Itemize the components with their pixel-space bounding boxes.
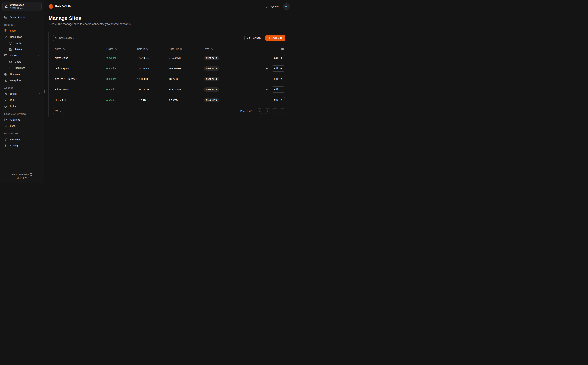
edit-button[interactable]: Edit	[272, 97, 285, 103]
ellipsis-icon	[266, 56, 269, 60]
arrow-up-down-icon	[115, 48, 117, 50]
sidebar-resize-handle[interactable]	[44, 90, 44, 93]
sidebar-item-public[interactable]: Public	[7, 40, 42, 46]
sites-card: Refresh Add Site Name	[49, 30, 290, 118]
site-name-cell: Edge Device 01	[55, 88, 106, 91]
online-dot	[106, 68, 108, 69]
arrow-up-down-icon	[146, 48, 148, 50]
column-header-data-in[interactable]: Data In	[137, 48, 169, 50]
data-in-cell: 423.13 GB	[137, 56, 169, 59]
main-content: PANGOLIN System M Manage Sites Create an…	[44, 0, 294, 182]
type-cell: Newt v1.7.0	[204, 77, 262, 81]
sidebar-item-machines[interactable]: Machines	[7, 65, 42, 71]
type-badge: Newt v1.7.0	[204, 98, 219, 102]
last-page-button[interactable]	[280, 108, 285, 114]
avatar[interactable]: M	[283, 3, 289, 10]
add-site-button[interactable]: Add Site	[265, 35, 285, 41]
theme-label: System	[270, 5, 279, 8]
org-switcher-label: Organization	[10, 4, 35, 7]
sidebar-item-label: Blueprints	[10, 79, 40, 82]
sidebar-item-server-admin[interactable]: Server Admin	[2, 14, 42, 20]
monitor-up-icon	[4, 54, 7, 57]
sidebar-item-settings[interactable]: Settings	[2, 142, 42, 149]
page-info: Page 1 of 1	[240, 110, 252, 112]
sidebar-item-roles[interactable]: Roles	[2, 97, 42, 103]
column-header-online[interactable]: Online	[106, 48, 137, 50]
sidebar-item-label: Logs	[10, 125, 35, 127]
data-in-cell: 174.30 GB	[137, 67, 169, 70]
columns-icon[interactable]	[281, 48, 284, 50]
sidebar-item-resources[interactable]: Resources	[2, 34, 42, 40]
ellipsis-icon	[266, 99, 269, 102]
server-icon	[4, 16, 7, 19]
key-icon	[4, 138, 7, 141]
users-icon	[4, 98, 7, 102]
type-cell: Newt v1.7.0	[204, 87, 262, 91]
moon-icon	[266, 5, 269, 8]
row-menu-button[interactable]	[265, 77, 269, 81]
type-cell: Newt v1.7.0	[204, 66, 262, 70]
row-menu-button[interactable]	[265, 98, 269, 102]
row-menu-button[interactable]	[265, 87, 269, 92]
table-header-row: Name Online Data In	[53, 45, 285, 53]
arrow-right-icon	[280, 99, 283, 101]
data-in-cell: 13.10 GB	[137, 78, 169, 80]
globe-lock-icon	[9, 48, 12, 51]
edit-button[interactable]: Edit	[272, 86, 285, 93]
column-header-type[interactable]: Type	[204, 48, 262, 50]
data-out-cell: 349.62 DB	[169, 56, 204, 59]
sidebar-item-label: Private	[15, 48, 40, 51]
sidebar-item-domains[interactable]: Domains	[2, 71, 42, 77]
chevron-up-icon	[38, 36, 40, 38]
chevron-up-icon	[38, 54, 40, 57]
org-switcher-value: ACME Corp.	[10, 7, 35, 10]
ellipsis-icon	[266, 88, 269, 91]
sidebar-item-label: Server Admin	[10, 16, 40, 19]
link-icon	[4, 105, 7, 108]
site-name-cell: AWS VPC us-east-1	[55, 78, 106, 80]
page-size-select[interactable]: 20	[53, 108, 64, 114]
row-menu-button[interactable]	[265, 56, 269, 60]
ellipsis-icon	[266, 78, 269, 81]
org-switcher[interactable]: Organization ACME Corp.	[2, 2, 42, 11]
edit-button[interactable]: Edit	[272, 55, 285, 61]
sidebar-item-sites[interactable]: Sites	[2, 28, 42, 34]
sidebar-item-logs[interactable]: Logs	[2, 123, 42, 129]
search-input[interactable]	[53, 35, 119, 41]
theme-toggle[interactable]: System	[266, 5, 279, 8]
chevrons-right-icon	[281, 110, 284, 112]
first-page-button[interactable]	[257, 108, 262, 114]
sidebar-item-users[interactable]: Users	[2, 91, 42, 97]
section-label-general: GENERAL	[2, 22, 42, 28]
refresh-button[interactable]: Refresh	[245, 35, 263, 41]
github-icon[interactable]	[30, 173, 32, 176]
version-link[interactable]: v1.13.0	[17, 177, 27, 179]
sidebar-item-private[interactable]: Private	[7, 46, 42, 52]
page-subtitle: Create and manage sites to enable connec…	[49, 23, 289, 26]
chevron-left-icon	[266, 110, 269, 112]
column-header-name[interactable]: Name	[55, 48, 106, 50]
arrow-right-icon	[280, 57, 283, 59]
prev-page-button[interactable]	[265, 108, 270, 114]
page-title: Manage Sites	[49, 15, 289, 21]
next-page-button[interactable]	[272, 108, 277, 114]
row-menu-button[interactable]	[265, 66, 269, 71]
sidebar-item-links[interactable]: Links	[2, 103, 42, 109]
brand[interactable]: PANGOLIN	[49, 4, 71, 9]
edition-label: Enterprise Edition	[12, 173, 29, 176]
sidebar-item-analytics[interactable]: Analytics	[2, 117, 42, 123]
column-header-data-out[interactable]: Data Out	[169, 48, 204, 50]
sidebar: Organization ACME Corp. Server Admin GEN…	[0, 0, 44, 182]
topbar: PANGOLIN System M	[44, 0, 294, 13]
edit-button[interactable]: Edit	[272, 76, 285, 82]
chevron-right-icon	[274, 110, 276, 112]
sidebar-item-api-keys[interactable]: API Keys	[2, 136, 42, 142]
sidebar-item-blueprints[interactable]: Blueprints	[2, 77, 42, 84]
globe-icon	[9, 42, 12, 45]
edit-button[interactable]: Edit	[272, 65, 285, 72]
sidebar-item-client-users[interactable]: Users	[7, 59, 42, 65]
sidebar-item-clients[interactable]: Clients	[2, 52, 42, 59]
site-name-cell: North Office	[55, 56, 106, 59]
sidebar-item-label: Analytics	[10, 118, 40, 121]
laptop-icon	[9, 60, 12, 63]
